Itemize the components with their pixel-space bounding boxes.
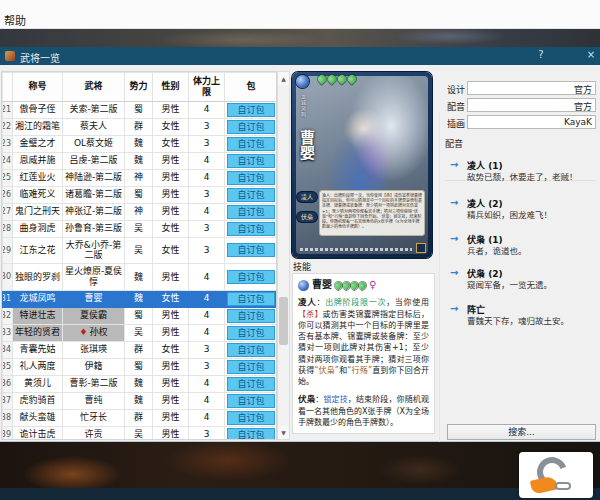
col-header-3[interactable]: 性别 (153, 73, 189, 102)
col-header-0[interactable]: 称号 (13, 73, 63, 102)
row-id[interactable]: 436 (3, 375, 13, 392)
row-id[interactable]: 433 (3, 324, 13, 341)
row-id[interactable]: 421 (3, 101, 13, 118)
gender-cell[interactable]: 男性 (153, 186, 189, 203)
faction-cell[interactable]: 神 (125, 169, 153, 186)
pack-button[interactable]: 自订包 (227, 377, 275, 391)
pack-button[interactable]: 自订包 (227, 394, 275, 408)
hero-title-cell[interactable]: 诡计击虎 (13, 426, 63, 440)
hp-cell[interactable]: 3 (189, 341, 225, 358)
hero-name-cell[interactable]: 星火燎原-夏侯惇 (63, 264, 125, 291)
hero-title-cell[interactable]: 年轻的贤君 (13, 324, 63, 341)
row-id[interactable]: 435 (3, 358, 13, 375)
faction-cell[interactable]: 群 (125, 341, 153, 358)
hp-cell[interactable]: 4 (189, 307, 225, 324)
pack-button[interactable]: 自订包 (227, 360, 275, 374)
table-row[interactable]: 437虎豹骑首曹纯魏男性4自订包 (3, 392, 278, 409)
hero-title-cell[interactable]: 龙城凤鸣 (13, 290, 63, 307)
hero-title-cell[interactable]: 虎豹骑首 (13, 392, 63, 409)
pack-button[interactable]: 自订包 (227, 428, 275, 440)
gender-cell[interactable]: 女性 (153, 341, 189, 358)
table-row[interactable]: 433年轻的贤君♦孙权吴男性4自订包 (3, 324, 278, 341)
table-row[interactable]: 425红莲业火神陆逊-第二版神男性4自订包 (3, 169, 278, 186)
pack-button[interactable]: 自订包 (227, 120, 275, 134)
faction-cell[interactable]: 魏 (125, 264, 153, 291)
row-id[interactable]: 437 (3, 392, 13, 409)
table-row[interactable]: 436黄须儿曹彰-第二版魏男性4自订包 (3, 375, 278, 392)
table-row[interactable]: 439诡计击虎许贡吴男性3自订包 (3, 426, 278, 440)
pack-button[interactable]: 自订包 (227, 343, 275, 357)
gender-cell[interactable]: 女性 (153, 290, 189, 307)
pack-button[interactable]: 自订包 (227, 292, 275, 306)
hero-title-cell[interactable]: 青囊先姑 (13, 341, 63, 358)
gender-cell[interactable]: 男性 (153, 426, 189, 440)
hero-title-cell[interactable]: 临难死义 (13, 186, 63, 203)
table-row[interactable]: 430独眼的罗刹星火燎原-夏侯惇魏男性4自订包 (3, 264, 278, 291)
hero-name-cell[interactable]: 吕虔-第二版 (63, 152, 125, 169)
table-row[interactable]: 426临难死义诸葛瞻-第二版蜀男性3自订包 (3, 186, 278, 203)
row-id[interactable]: 425 (3, 169, 13, 186)
hp-cell[interactable]: 4 (189, 290, 225, 307)
hero-title-cell[interactable]: 江东之花 (13, 237, 63, 264)
table-row[interactable]: 422湘江的霜笔蔡夫人群女性3自订包 (3, 118, 278, 135)
col-header-4[interactable]: 体力上限 (189, 73, 225, 102)
hp-cell[interactable]: 3 (189, 118, 225, 135)
pack-button[interactable]: 自订包 (227, 103, 275, 117)
gender-cell[interactable]: 男性 (153, 375, 189, 392)
pack-button[interactable]: 自订包 (227, 171, 275, 185)
table-row[interactable]: 431龙城凤鸣曹婴魏女性4自订包 (3, 290, 278, 307)
faction-cell[interactable]: 蜀 (125, 101, 153, 118)
hp-cell[interactable]: 4 (189, 101, 225, 118)
hero-name-cell[interactable]: 神张辽-第二版 (63, 203, 125, 220)
faction-cell[interactable]: 吴 (125, 237, 153, 264)
hero-name-cell[interactable]: 伊籍 (63, 358, 125, 375)
faction-cell[interactable]: 蜀 (125, 186, 153, 203)
row-id[interactable]: 429 (3, 237, 13, 264)
hero-name-cell[interactable]: ♦孙权 (63, 324, 125, 341)
gender-cell[interactable]: 男性 (153, 409, 189, 426)
faction-cell[interactable]: 魏 (125, 152, 153, 169)
faction-cell[interactable]: 魏 (125, 375, 153, 392)
pack-button[interactable]: 自订包 (227, 205, 275, 219)
gender-cell[interactable]: 男性 (153, 358, 189, 375)
col-header-1[interactable]: 武将 (63, 73, 125, 102)
help-button[interactable]: ? (534, 49, 548, 60)
table-row[interactable]: 432特进壮志夏侯霸蜀男性4自订包 (3, 307, 278, 324)
pack-button[interactable]: 自订包 (227, 154, 275, 168)
hero-title-cell[interactable]: 礼人两度 (13, 358, 63, 375)
row-id[interactable]: 427 (3, 203, 13, 220)
hp-cell[interactable]: 4 (189, 169, 225, 186)
hp-cell[interactable]: 4 (189, 409, 225, 426)
hp-cell[interactable]: 3 (189, 358, 225, 375)
row-id[interactable]: 438 (3, 409, 13, 426)
col-header-2[interactable]: 势力 (125, 73, 153, 102)
hero-name-cell[interactable]: 大乔&小乔-第二版 (63, 237, 125, 264)
table-row[interactable]: 438献头蛮雄忙牙长群男性4自订包 (3, 409, 278, 426)
row-id[interactable]: 428 (3, 220, 13, 237)
menu-help[interactable]: 帮助 (4, 12, 26, 28)
table-row[interactable]: 435礼人两度伊籍蜀男性3自订包 (3, 358, 278, 375)
hp-cell[interactable]: 4 (189, 203, 225, 220)
hero-name-cell[interactable]: 曹彰-第二版 (63, 375, 125, 392)
hp-cell[interactable]: 4 (189, 152, 225, 169)
table-row[interactable]: 428曲身洞虎孙鲁育-第三版吴女性3自订包 (3, 220, 278, 237)
faction-cell[interactable]: 群 (125, 409, 153, 426)
gender-cell[interactable]: 男性 (153, 324, 189, 341)
gender-cell[interactable]: 女性 (153, 118, 189, 135)
row-id[interactable]: 423 (3, 135, 13, 152)
hero-name-cell[interactable]: 孙鲁育-第三版 (63, 220, 125, 237)
dialog-titlebar[interactable]: 武将一览 ? × (0, 47, 600, 65)
hero-title-cell[interactable]: 献头蛮雄 (13, 409, 63, 426)
faction-cell[interactable]: 魏 (125, 135, 153, 152)
hero-name-cell[interactable]: 许贡 (63, 426, 125, 440)
hero-title-cell[interactable]: 特进壮志 (13, 307, 63, 324)
hp-cell[interactable]: 3 (189, 135, 225, 152)
scroll-down-icon[interactable]: ▼ (278, 426, 289, 439)
hero-title-cell[interactable]: 曲身洞虎 (13, 220, 63, 237)
gender-cell[interactable]: 女性 (153, 220, 189, 237)
gender-cell[interactable]: 男性 (153, 169, 189, 186)
table-row[interactable]: 421傲骨子侄关索-第二版蜀男性4自订包 (3, 101, 278, 118)
row-id[interactable]: 430 (3, 264, 13, 291)
scroll-thumb[interactable] (279, 297, 288, 345)
col-header-5[interactable]: 包 (225, 73, 278, 102)
